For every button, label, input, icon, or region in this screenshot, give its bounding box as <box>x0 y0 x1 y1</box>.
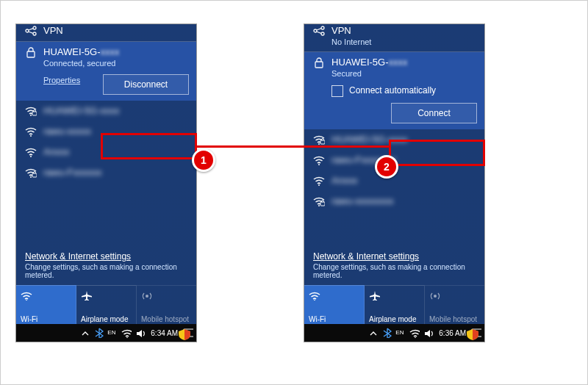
network-item[interactable]: HUAWEI-5G-xxxx <box>16 101 196 121</box>
step-badge-2: 2 <box>375 155 398 179</box>
hotspot-icon <box>429 290 442 301</box>
selected-network[interactable]: HUAWEI-5G-xxxx Secured Connect automatic… <box>304 52 484 129</box>
system-tray[interactable]: EN <box>368 328 434 338</box>
wifi-icon <box>313 154 325 166</box>
lock-icon <box>313 57 325 68</box>
network-flyout: VPN No Internet HUAWEI-5G-xxxx Secured C… <box>304 24 484 328</box>
system-tray[interactable]: EN <box>79 328 146 338</box>
airplane-icon <box>81 290 94 301</box>
network-item[interactable]: rawu-xxxxxxxx <box>304 191 484 212</box>
vpn-row[interactable]: VPN No Internet <box>304 24 484 51</box>
volume-icon[interactable] <box>135 328 146 338</box>
clock[interactable]: 6:36 AM <box>439 329 466 337</box>
connect-auto-label: Connect automatically <box>349 85 436 96</box>
step-badge-1: 1 <box>192 148 215 172</box>
connector-line <box>197 145 389 148</box>
selected-network-status: Connected, secured <box>43 58 187 68</box>
network-settings-link[interactable]: Network & Internet settings Change setti… <box>304 247 484 284</box>
wifi-icon <box>313 175 325 187</box>
tile-hotspot[interactable]: Mobile hotspot <box>425 285 484 328</box>
tile-wifi[interactable]: Wi-Fi <box>16 285 76 328</box>
wifi-tray-icon[interactable] <box>121 328 132 338</box>
tile-airplane[interactable]: Airplane mode <box>365 285 425 328</box>
tile-airplane[interactable]: Airplane mode <box>76 285 137 328</box>
screenshot-left: VPN HUAWEI-5G-xxxx Connected, secured Pr… <box>16 24 196 342</box>
vpn-status: No Internet <box>331 37 476 47</box>
airplane-icon <box>369 290 382 301</box>
properties-link[interactable]: Properties <box>43 76 80 84</box>
wifi-icon <box>25 146 37 158</box>
wifi-tray-icon[interactable] <box>409 328 420 338</box>
chevron-up-icon[interactable] <box>79 328 90 338</box>
wifi-icon <box>25 126 37 137</box>
security-shield-icon[interactable] <box>465 328 480 340</box>
hotspot-icon <box>141 290 154 301</box>
network-item[interactable]: rawu-Fxxxxxx <box>16 162 196 183</box>
vpn-icon <box>313 25 325 37</box>
taskbar: EN 6:34 AM <box>16 324 196 342</box>
settings-desc: Change settings, such as making a connec… <box>313 263 476 279</box>
selected-network-name: HUAWEI-5G- <box>331 57 389 68</box>
wifi-secure-icon <box>313 195 325 207</box>
language-indicator[interactable]: EN <box>107 328 118 338</box>
clock[interactable]: 6:34 AM <box>151 329 178 337</box>
vpn-icon <box>25 25 37 37</box>
volume-icon[interactable] <box>423 328 434 338</box>
connect-button[interactable]: Connect <box>391 103 477 123</box>
wifi-secure-icon <box>25 105 37 117</box>
wifi-secure-icon <box>25 167 37 179</box>
taskbar: EN 6:36 AM <box>304 324 484 342</box>
bluetooth-icon[interactable] <box>93 328 104 338</box>
settings-title: Network & Internet settings <box>313 251 476 262</box>
bluetooth-icon[interactable] <box>381 328 392 338</box>
highlight-box-2 <box>389 140 485 166</box>
wifi-icon <box>309 290 322 301</box>
highlight-box-1 <box>101 133 197 159</box>
network-flyout: VPN HUAWEI-5G-xxxx Connected, secured Pr… <box>16 24 196 328</box>
vpn-title: VPN <box>43 25 187 37</box>
tutorial-image: VPN HUAWEI-5G-xxxx Connected, secured Pr… <box>0 0 588 385</box>
vpn-title: VPN <box>331 25 476 37</box>
connect-auto-checkbox[interactable] <box>331 85 343 97</box>
tile-wifi[interactable]: Wi-Fi <box>304 285 365 328</box>
selected-network-name: HUAWEI-5G- <box>43 46 101 57</box>
selected-network[interactable]: HUAWEI-5G-xxxx Connected, secured Proper… <box>16 42 196 101</box>
quick-tiles: Wi-Fi Airplane mode Mobile hotspot <box>16 285 196 328</box>
selected-network-status: Secured <box>331 68 476 79</box>
quick-tiles: Wi-Fi Airplane mode Mobile hotspot <box>304 285 484 328</box>
wifi-secure-icon <box>313 134 325 145</box>
wifi-icon <box>21 290 34 301</box>
language-indicator[interactable]: EN <box>395 328 406 338</box>
security-shield-icon[interactable] <box>177 328 192 340</box>
settings-desc: Change settings, such as making a connec… <box>25 263 187 279</box>
tile-hotspot[interactable]: Mobile hotspot <box>137 285 196 328</box>
lock-icon <box>25 46 37 58</box>
settings-title: Network & Internet settings <box>25 251 187 262</box>
disconnect-button[interactable]: Disconnect <box>103 74 189 95</box>
vpn-row[interactable]: VPN <box>16 24 196 41</box>
network-settings-link[interactable]: Network & Internet settings Change setti… <box>16 247 196 284</box>
screenshot-right: VPN No Internet HUAWEI-5G-xxxx Secured C… <box>304 24 484 342</box>
chevron-up-icon[interactable] <box>368 328 378 338</box>
